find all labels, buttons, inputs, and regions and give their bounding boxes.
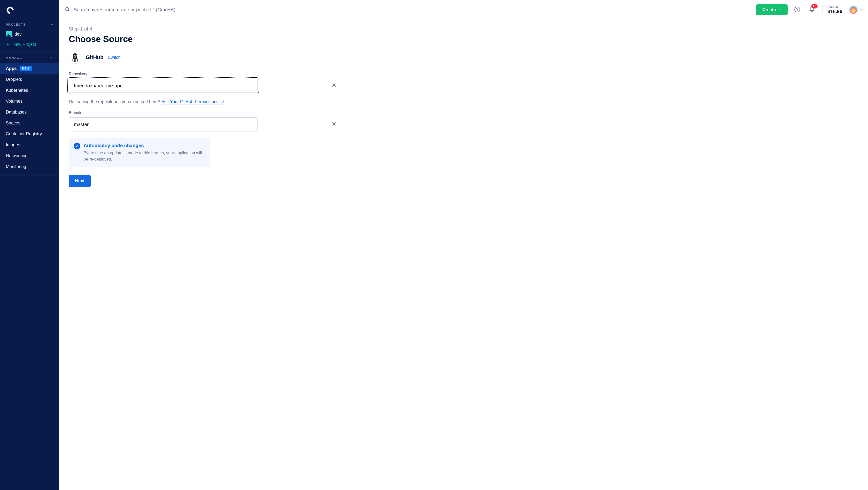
svg-point-10 [76,55,76,56]
sidebar-item-droplets[interactable]: Droplets [0,74,59,85]
repository-label: Repository [69,72,340,76]
branch-select[interactable]: master [69,118,258,131]
sidebar-item-networking[interactable]: Networking [0,150,59,161]
sidebar-item-label: Container Registry [6,131,42,136]
sidebar: PROJECTS dev + New Project MANAGE Apps N… [0,0,59,490]
sidebar-item-apps[interactable]: Apps NEW [0,63,59,74]
sidebar-projects-header[interactable]: PROJECTS [0,20,59,29]
sidebar-item-label: Spaces [6,121,20,126]
external-link-icon: ↗ [221,99,225,104]
svg-rect-1 [7,11,9,12]
clear-icon[interactable] [332,122,336,127]
edit-permissions-link[interactable]: Edit Your GitHub Permissions ↗ [161,99,225,105]
sidebar-item-label: Apps [6,66,17,71]
digitalocean-logo-icon [6,11,14,15]
svg-rect-2 [6,10,7,11]
help-icon [794,6,800,13]
notifications-button[interactable]: 25 [807,5,817,15]
sidebar-item-label: Kubernetes [6,88,28,93]
sidebar-item-databases[interactable]: Databases [0,107,59,118]
usage-label: USAGE [828,5,840,9]
sidebar-item-container-registry[interactable]: Container Registry [0,129,59,139]
sidebar-projects-label: PROJECTS [6,23,26,26]
switch-source-link[interactable]: Switch [108,55,121,60]
repository-select[interactable]: fmendoza/nearme-api [69,79,258,93]
sidebar-item-label: Droplets [6,77,22,82]
repo-help-prefix: Not seeing the repositories you expected… [69,99,161,104]
source-provider-name: GitHub [86,54,103,61]
autodeploy-card: Autodeploy code changes Every time an up… [69,138,210,167]
autodeploy-description: Every time an update is made to this bra… [84,150,205,162]
sidebar-nav: Apps NEW Droplets Kubernetes Volumes Dat… [0,62,59,172]
autodeploy-checkbox[interactable] [74,143,80,149]
sidebar-item-label: Volumes [6,99,23,104]
search-input[interactable] [73,7,751,12]
source-provider-row: GitHub Switch [69,51,340,64]
badge-new: NEW [20,66,32,71]
sidebar-manage-label: MANAGE [6,56,22,60]
create-button-label: Create [763,7,776,12]
github-icon [69,51,82,64]
chevron-down-icon [859,8,862,12]
branch-label: Branch [69,111,340,115]
sidebar-item-images[interactable]: Images [0,139,59,150]
usage-display[interactable]: USAGE $18.96 [823,5,842,14]
svg-point-5 [797,10,798,11]
step-indicator: Step 1 of 4 [69,26,340,32]
sidebar-project-name: dev [14,32,22,37]
check-icon [75,144,79,148]
repository-value: fmendoza/nearme-api [74,83,121,89]
notification-count-badge: 25 [811,4,817,8]
sidebar-new-project-label: New Project [12,42,36,47]
sidebar-project-item[interactable]: dev [0,29,59,39]
account-menu[interactable] [849,6,862,14]
help-button[interactable] [793,5,802,15]
sidebar-item-label: Monitoring [6,164,26,169]
sidebar-item-label: Databases [6,110,27,115]
sidebar-manage-header[interactable]: MANAGE [0,53,59,62]
edit-permissions-label: Edit Your GitHub Permissions [161,99,218,104]
branch-value: master [74,122,89,127]
brand-logo[interactable] [0,0,59,20]
sidebar-new-project[interactable]: + New Project [0,39,59,52]
search-icon [65,7,70,13]
svg-point-6 [73,53,77,58]
repo-help-text: Not seeing the repositories you expected… [69,99,340,104]
svg-point-9 [74,55,74,56]
sidebar-item-spaces[interactable]: Spaces [0,118,59,129]
plus-icon: + [6,43,10,46]
topbar: Create 25 USAGE $18.96 [59,0,868,20]
svg-rect-0 [8,12,10,14]
sidebar-divider [0,175,59,176]
project-icon [6,31,11,37]
sidebar-item-volumes[interactable]: Volumes [0,96,59,107]
chevron-up-icon [51,56,53,59]
page-title: Choose Source [69,34,340,44]
sidebar-item-label: Images [6,142,20,148]
content: Step 1 of 4 Choose Source [59,20,350,201]
usage-amount: $18.96 [828,9,842,14]
chevron-up-icon [51,23,53,26]
clear-icon[interactable] [332,83,336,89]
avatar [849,6,858,14]
create-button[interactable]: Create [756,4,787,15]
sidebar-item-label: Networking [6,153,28,158]
svg-point-12 [75,56,75,56]
next-button[interactable]: Next [69,175,91,187]
search[interactable] [65,7,751,13]
autodeploy-title: Autodeploy code changes [84,143,205,149]
chevron-down-icon [778,7,781,12]
sidebar-item-kubernetes[interactable]: Kubernetes [0,85,59,96]
sidebar-item-monitoring[interactable]: Monitoring [0,161,59,172]
